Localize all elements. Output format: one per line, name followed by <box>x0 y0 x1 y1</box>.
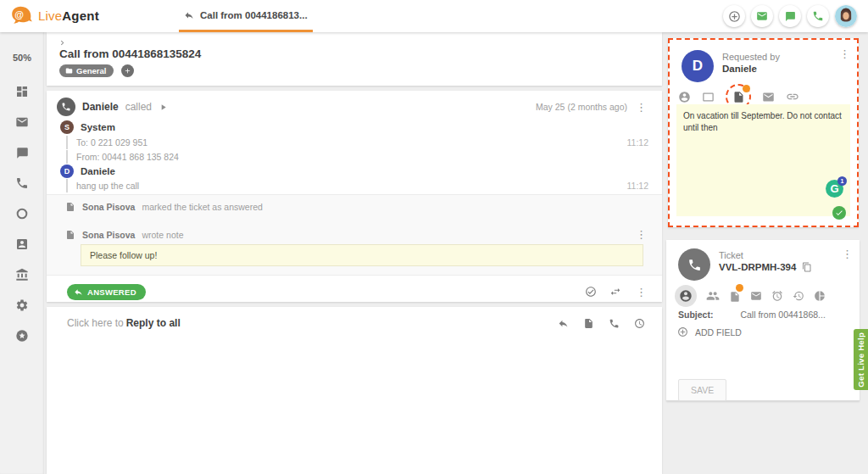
play-recording-icon[interactable] <box>159 103 168 112</box>
chat-icon <box>785 11 796 22</box>
link-icon[interactable] <box>786 90 799 103</box>
event-text: wrote note <box>142 230 183 240</box>
note-icon <box>65 202 75 212</box>
event-author: Sona Pisova <box>82 230 135 240</box>
ticket-menu-dots[interactable]: ⋮ <box>840 247 854 261</box>
event-author: Sona Pisova <box>82 202 135 212</box>
reply-arrow-icon[interactable] <box>558 318 569 329</box>
message-header-daniele: D Daniele <box>60 165 115 178</box>
note-menu-dots[interactable]: ⋮ <box>634 227 648 242</box>
system-avatar: S <box>60 120 74 134</box>
requester-menu-dots[interactable]: ⋮ <box>837 47 852 61</box>
note-icon <box>65 230 75 240</box>
reply-to-all-field[interactable]: Click here to Reply to all <box>67 314 645 332</box>
internal-note[interactable]: Please follow up! <box>81 244 643 266</box>
ticket-avatar <box>678 248 710 281</box>
add-field-button[interactable]: ADD FIELD <box>677 326 742 337</box>
message-time: 11:12 <box>627 181 649 191</box>
ticket-events-section: Sona Pisova marked the ticket as answere… <box>47 194 662 276</box>
requester-card: D Requested by Daniele ⋮ On vacation til… <box>668 38 859 227</box>
add-circle-button[interactable] <box>723 5 745 27</box>
sidebar-item-settings[interactable] <box>0 290 44 321</box>
requester-note-textarea[interactable]: On vacation till September. Do not conta… <box>676 104 850 216</box>
note-indicator-dot <box>736 284 743 292</box>
bank-icon <box>15 268 29 282</box>
plus-circle-icon <box>677 326 688 337</box>
ticket-status-row: ANSWERED ⋮ <box>67 282 648 301</box>
status-menu-dots[interactable]: ⋮ <box>634 285 648 299</box>
add-tag-button[interactable] <box>121 64 134 77</box>
ticket-tabs <box>675 284 853 308</box>
subject-label: Subject: <box>678 309 713 320</box>
logo-text: LiveAgent <box>38 8 99 23</box>
daniele-avatar: D <box>60 165 74 178</box>
group-icon[interactable] <box>706 289 720 303</box>
ticket-label: Ticket <box>719 250 743 260</box>
email-icon <box>756 10 768 22</box>
clock-icon[interactable] <box>634 318 645 329</box>
liveagent-logo[interactable]: @ LiveAgent <box>11 6 99 25</box>
event-text: marked the ticket as answered <box>142 202 262 212</box>
new-chat-button[interactable] <box>779 5 801 27</box>
conversation-card: Daniele called May 25 (2 months ago) ⋮ S… <box>47 91 662 302</box>
phone-icon <box>812 10 824 22</box>
grammarly-check-icon[interactable] <box>832 206 846 220</box>
phone-icon[interactable] <box>609 318 620 329</box>
person-circle-icon <box>679 289 693 303</box>
sidebar-item-companies[interactable] <box>0 259 44 290</box>
sidebar-item-chats[interactable] <box>0 137 44 168</box>
user-avatar[interactable] <box>835 5 857 27</box>
history-icon[interactable] <box>793 290 804 302</box>
ticket-header-card: Call from 00441868135824 General <box>47 32 662 86</box>
note-icon[interactable] <box>583 318 594 329</box>
mail-icon <box>15 115 29 129</box>
event-row-note: Sona Pisova wrote note ⋮ <box>65 227 648 242</box>
message-header-system: S System <box>60 120 115 134</box>
message-line: hang up the call 11:12 <box>66 179 648 192</box>
call-avatar <box>57 98 75 116</box>
chevron-right-icon[interactable] <box>58 38 67 47</box>
requester-avatar[interactable]: D <box>682 50 714 82</box>
reply-arrow-icon <box>74 287 83 297</box>
message-author: Daniele <box>81 166 115 176</box>
status-badge[interactable]: ANSWERED <box>67 284 146 300</box>
new-email-button[interactable] <box>751 5 773 27</box>
call-menu-dots[interactable]: ⋮ <box>634 100 648 114</box>
star-circle-icon <box>15 329 29 343</box>
top-header: @ LiveAgent Call from 0044186813... <box>0 0 868 32</box>
load-percentage: 50% <box>0 53 44 63</box>
sidebar-item-calls[interactable] <box>0 168 44 198</box>
message-author: System <box>81 122 115 132</box>
resolve-check-icon[interactable] <box>585 286 597 298</box>
email-icon[interactable] <box>750 290 762 302</box>
sidebar-item-online-visitors[interactable] <box>0 198 44 229</box>
email-icon[interactable] <box>762 91 775 103</box>
contact-card-icon[interactable] <box>702 91 715 103</box>
ticket-note-tab[interactable] <box>729 288 741 304</box>
phone-icon <box>687 258 702 272</box>
new-call-button[interactable] <box>807 5 829 27</box>
ticket-info-tab-selected[interactable] <box>675 285 697 307</box>
phone-icon <box>61 102 71 112</box>
sidebar-item-tickets[interactable] <box>0 107 44 137</box>
get-live-help-button[interactable]: Get Live Help <box>854 329 868 390</box>
chat-icon <box>16 147 29 159</box>
tab-call-ticket[interactable]: Call from 0044186813... <box>179 0 313 32</box>
save-button[interactable]: SAVE <box>678 379 726 401</box>
grammarly-icon[interactable]: G 1 <box>826 180 843 198</box>
sidebar-item-dashboard[interactable] <box>0 76 44 107</box>
pie-chart-icon[interactable] <box>814 290 826 302</box>
copy-icon[interactable] <box>802 262 812 272</box>
dashboard-icon <box>15 85 29 98</box>
alarm-icon[interactable] <box>771 290 783 302</box>
left-sidebar: 50% <box>0 32 44 474</box>
grammarly-badge: 1 <box>837 176 847 186</box>
gear-icon <box>15 298 29 312</box>
department-badge[interactable]: General <box>59 64 114 77</box>
ticket-detail-card: Ticket VVL-DRPMH-394 ⋮ Subject: Call fro… <box>666 240 860 401</box>
sidebar-item-contacts[interactable] <box>0 229 44 259</box>
requester-name[interactable]: Daniele <box>722 64 757 74</box>
sidebar-item-profile[interactable] <box>0 321 44 351</box>
transfer-icon[interactable] <box>609 286 621 298</box>
person-circle-icon[interactable] <box>678 91 691 103</box>
